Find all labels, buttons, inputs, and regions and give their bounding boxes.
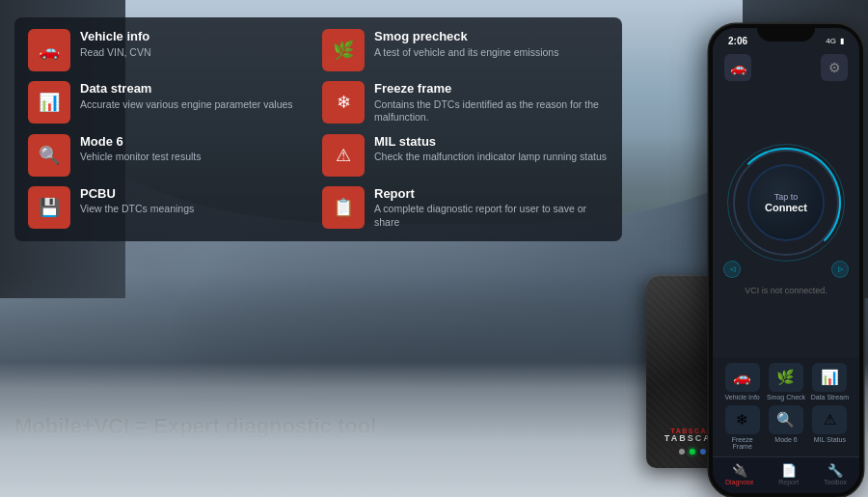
feature-title-data-stream: Data stream (80, 81, 314, 97)
feature-icon-smog-precheck: 🌿 (322, 29, 365, 71)
phone-notch (757, 24, 815, 41)
settings-icon: ⚙ (821, 54, 848, 81)
feature-title-freeze-frame: Freeze frame (374, 81, 609, 97)
feature-text-data-stream: Data stream Accurate view various engine… (80, 81, 314, 111)
status-icons: 4G ▮ (826, 37, 844, 45)
feature-desc-freeze-frame: Contains the DTCs identified as the reas… (374, 98, 609, 124)
feature-icon-mil-status: ⚠ (322, 134, 365, 177)
car-header-icon: 🚗 (724, 54, 751, 81)
feature-icon-pcbu: 💾 (28, 186, 70, 229)
phone-screen: 2:06 4G ▮ 🚗 ⚙ Tap to (713, 28, 859, 493)
signal-text: 4G (826, 37, 836, 45)
feature-desc-smog-precheck: A test of vehicle and its engine emissio… (374, 46, 609, 60)
app-grid-item-1[interactable]: 🌿 Smog Check (766, 363, 805, 401)
app-icons-grid: 🚗 Vehicle Info 🌿 Smog Check 📊 Data Strea… (713, 357, 859, 456)
feature-item-data-stream: 📊 Data stream Accurate view various engi… (28, 81, 314, 124)
feature-title-mode-6: Mode 6 (80, 134, 314, 150)
phone: 2:06 4G ▮ 🚗 ⚙ Tap to (709, 24, 863, 497)
feature-title-vehicle-info: Vehicle info (80, 29, 314, 44)
app-grid-item-4[interactable]: 🔍 Mode 6 (766, 405, 805, 451)
feature-text-freeze-frame: Freeze frame Contains the DTCs identifie… (374, 81, 609, 124)
feature-title-pcbu: PCBU (80, 186, 314, 202)
side-indicators: ◁ ▷ (723, 261, 849, 278)
feature-desc-report: A complete diagnostic report for user to… (374, 203, 609, 229)
feature-icon-vehicle-info: 🚗 (28, 29, 70, 71)
app-grid-item-5[interactable]: ⚠ MIL Status (810, 405, 850, 451)
app-grid-icon-0: 🚗 (725, 363, 760, 392)
app-grid-item-2[interactable]: 📊 Data Stream (810, 363, 850, 401)
feature-desc-vehicle-info: Read VIN, CVN (80, 46, 314, 60)
feature-text-smog-precheck: Smog precheck A test of vehicle and its … (374, 29, 609, 59)
app-grid-icon-4: 🔍 (769, 405, 803, 434)
feature-item-freeze-frame: ❄ Freeze frame Contains the DTCs identif… (322, 81, 609, 124)
connect-arc (731, 148, 841, 258)
app-grid-label-4: Mode 6 (774, 436, 797, 444)
obd-leds (679, 449, 706, 455)
bt-led (700, 449, 706, 455)
app-grid-label-0: Vehicle Info (725, 394, 760, 401)
left-indicator: ◁ (723, 261, 741, 278)
feature-item-report: 📋 Report A complete diagnostic report fo… (322, 186, 609, 230)
nav-item-diagnose[interactable]: 🔌 Diagnose (725, 463, 754, 485)
phone-nav: 🔌 Diagnose 📄 Report 🔧 Toolbox (713, 456, 859, 493)
phone-time: 2:06 (728, 36, 747, 46)
feature-desc-mode-6: Vehicle monitor test results (80, 151, 314, 164)
nav-icon-1: 📄 (780, 463, 798, 477)
nav-label-2: Toolbox (824, 479, 847, 485)
app-header: 🚗 ⚙ (713, 50, 859, 89)
app-grid-icon-2: 📊 (812, 363, 847, 392)
nav-label-1: Report (778, 479, 799, 485)
feature-desc-mil-status: Check the malfunction indicator lamp run… (374, 151, 609, 164)
feature-text-mode-6: Mode 6 Vehicle monitor test results (80, 134, 314, 164)
feature-title-mil-status: MIL status (374, 134, 609, 150)
feature-title-report: Report (374, 186, 609, 202)
feature-item-mode-6: 🔍 Mode 6 Vehicle monitor test results (28, 134, 314, 177)
feature-title-smog-precheck: Smog precheck (374, 29, 609, 44)
connect-ring: Tap to Connect (733, 150, 839, 256)
battery-icon: ▮ (840, 37, 844, 45)
feature-text-report: Report A complete diagnostic report for … (374, 186, 609, 230)
feature-text-vehicle-info: Vehicle info Read VIN, CVN (80, 29, 314, 59)
wifi-led (679, 449, 685, 455)
nav-label-0: Diagnose (725, 479, 754, 485)
app-grid-label-3: Freeze Frame (722, 436, 762, 451)
brand-label: TABSCAN (670, 428, 713, 434)
nav-item-toolbox[interactable]: 🔧 Toolbox (824, 463, 847, 485)
app-grid-item-3[interactable]: ❄ Freeze Frame (722, 405, 762, 451)
nav-item-report[interactable]: 📄 Report (778, 463, 799, 485)
feature-icon-data-stream: 📊 (28, 81, 70, 124)
right-content: TABSCAN TABSCAN 2:06 4G ▮ (637, 0, 868, 497)
feature-text-pcbu: PCBU View the DTCs meanings (80, 186, 314, 216)
vci-status: VCI is not connected. (745, 286, 827, 295)
app-grid-icon-1: 🌿 (769, 363, 803, 392)
nav-icon-2: 🔧 (827, 463, 844, 477)
right-indicator: ▷ (831, 261, 849, 278)
app-grid-icon-3: ❄ (725, 405, 760, 434)
app-grid-item-0[interactable]: 🚗 Vehicle Info (722, 363, 762, 401)
feature-icon-report: 📋 (322, 186, 365, 229)
power-led (690, 449, 695, 455)
app-grid-label-5: MIL Status (814, 436, 846, 444)
feature-panel: 🚗 Vehicle info Read VIN, CVN 🌿 Smog prec… (14, 17, 622, 241)
app-grid-icon-5: ⚠ (812, 405, 847, 434)
feature-icon-mode-6: 🔍 (28, 134, 70, 177)
feature-desc-data-stream: Accurate view various engine parameter v… (80, 98, 314, 112)
app-grid-label-1: Smog Check (767, 394, 805, 401)
feature-item-smog-precheck: 🌿 Smog precheck A test of vehicle and it… (322, 29, 609, 71)
feature-text-mil-status: MIL status Check the malfunction indicat… (374, 134, 609, 164)
feature-item-vehicle-info: 🚗 Vehicle info Read VIN, CVN (28, 29, 314, 71)
feature-item-mil-status: ⚠ MIL status Check the malfunction indic… (322, 134, 609, 177)
feature-icon-freeze-frame: ❄ (322, 81, 365, 124)
nav-icon-0: 🔌 (731, 463, 748, 477)
feature-desc-pcbu: View the DTCs meanings (80, 203, 314, 216)
app-grid-label-2: Data Stream (811, 394, 849, 401)
feature-item-pcbu: 💾 PCBU View the DTCs meanings (28, 186, 314, 230)
connect-area: Tap to Connect ◁ ▷ VCI is not connected. (713, 89, 859, 357)
